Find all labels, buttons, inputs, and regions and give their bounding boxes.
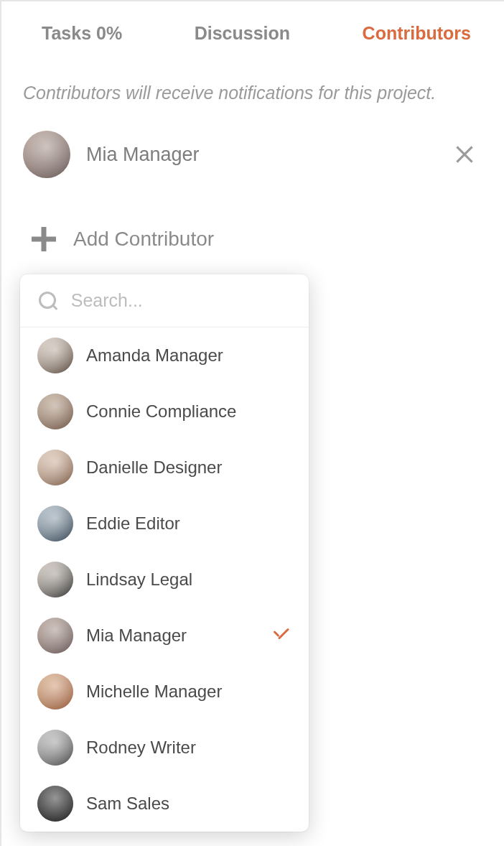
avatar <box>37 394 73 429</box>
search-icon <box>39 292 55 310</box>
person-name: Danielle Designer <box>86 457 291 478</box>
avatar <box>37 786 73 822</box>
tab-tasks[interactable]: Tasks 0% <box>42 23 122 44</box>
avatar <box>37 562 73 598</box>
add-contributor-button[interactable]: Add Contributor <box>1 191 504 259</box>
person-name: Mia Manager <box>86 626 270 646</box>
close-icon[interactable] <box>454 144 475 165</box>
contributors-info-text: Contributors will receive notifications … <box>1 61 504 118</box>
list-item[interactable]: Amanda Manager <box>20 327 309 384</box>
list-item[interactable]: Eddie Editor <box>20 496 309 552</box>
person-name: Eddie Editor <box>86 513 291 534</box>
list-item[interactable]: Connie Compliance <box>20 384 309 440</box>
tab-contributors[interactable]: Contributors <box>363 23 471 44</box>
avatar <box>37 506 73 541</box>
list-item[interactable]: Sam Sales <box>20 776 309 832</box>
contributor-dropdown: Amanda Manager Connie Compliance Daniell… <box>20 274 309 832</box>
contributor-name: Mia Manager <box>86 144 454 166</box>
list-item[interactable]: Rodney Writer <box>20 720 309 776</box>
person-name: Sam Sales <box>86 794 291 814</box>
person-name: Rodney Writer <box>86 738 291 758</box>
list-item[interactable]: Lindsay Legal <box>20 552 309 608</box>
avatar <box>37 618 73 654</box>
person-name: Michelle Manager <box>86 682 291 702</box>
person-name: Amanda Manager <box>86 345 291 366</box>
avatar <box>37 674 73 710</box>
search-input[interactable] <box>71 290 294 311</box>
check-icon <box>270 627 291 644</box>
list-item[interactable]: Mia Manager <box>20 608 309 664</box>
avatar <box>37 730 73 766</box>
tab-discussion[interactable]: Discussion <box>195 23 290 44</box>
avatar <box>37 450 73 485</box>
contributor-row: Mia Manager <box>1 118 504 191</box>
person-name: Lindsay Legal <box>86 570 291 590</box>
plus-icon <box>32 227 56 251</box>
search-row <box>20 274 309 327</box>
list-item[interactable]: Danielle Designer <box>20 440 309 496</box>
list-item[interactable]: Michelle Manager <box>20 664 309 720</box>
dropdown-list: Amanda Manager Connie Compliance Daniell… <box>20 327 309 832</box>
tabs-bar: Tasks 0% Discussion Contributors <box>1 1 504 61</box>
add-contributor-label: Add Contributor <box>73 228 214 251</box>
person-name: Connie Compliance <box>86 401 291 422</box>
avatar <box>23 131 70 178</box>
avatar <box>37 338 73 373</box>
